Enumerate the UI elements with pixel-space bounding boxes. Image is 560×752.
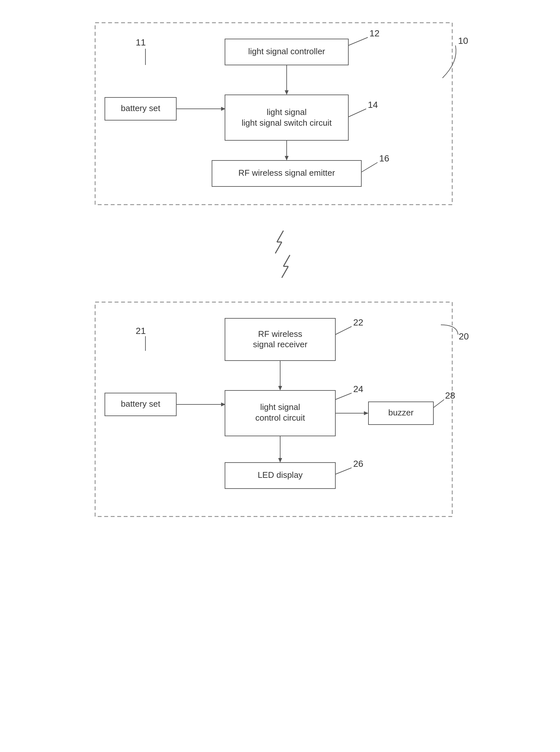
- battery-set-top: battery set: [121, 103, 160, 113]
- label-21: 21: [136, 326, 146, 336]
- switch-circuit-box: light signal: [266, 107, 306, 117]
- svg-line-19: [282, 266, 288, 278]
- svg-marker-35: [278, 458, 282, 463]
- svg-line-33: [434, 400, 444, 408]
- svg-marker-7: [285, 90, 288, 95]
- svg-marker-31: [364, 411, 368, 415]
- rf-emitter-box: RF wireless signal emitter: [238, 168, 335, 178]
- led-display-box: LED display: [257, 470, 303, 480]
- svg-line-17: [283, 255, 290, 266]
- label-12: 12: [369, 28, 380, 38]
- bottom-diagram-svg: 20 21 battery set RF wireless signal rec…: [85, 292, 475, 526]
- lightning-svg: [248, 227, 313, 279]
- middle-section: [248, 214, 313, 292]
- label-11: 11: [136, 37, 146, 47]
- buzzer-box: buzzer: [388, 408, 413, 418]
- svg-line-37: [335, 468, 352, 474]
- switch-circuit-box-2: light signal switch circuit: [242, 118, 332, 128]
- svg-line-25: [335, 326, 352, 334]
- svg-line-29: [335, 393, 352, 400]
- label-26: 26: [353, 459, 363, 469]
- control-circuit-box: light signal: [260, 402, 300, 412]
- svg-marker-27: [278, 386, 282, 390]
- bottom-diagram-container: 20 21 battery set RF wireless signal rec…: [85, 292, 475, 526]
- page: 10 11 battery set light signal controlle…: [37, 13, 524, 526]
- control-circuit-box-2: control circuit: [255, 413, 305, 423]
- svg-line-5: [348, 37, 368, 45]
- svg-line-13: [361, 162, 378, 172]
- rf-receiver-box-2: signal receiver: [253, 340, 307, 349]
- battery-set-bot: battery set: [121, 399, 160, 409]
- label-20: 20: [459, 331, 469, 342]
- svg-marker-11: [285, 156, 288, 160]
- top-diagram-container: 10 11 battery set light signal controlle…: [85, 13, 475, 214]
- label-22: 22: [353, 317, 363, 327]
- label-10: 10: [458, 36, 468, 46]
- svg-line-9: [348, 109, 366, 117]
- svg-line-16: [275, 242, 282, 253]
- label-28: 28: [445, 390, 455, 401]
- label-14: 14: [368, 100, 378, 110]
- rf-receiver-box: RF wireless: [258, 329, 302, 339]
- label-24: 24: [353, 384, 363, 394]
- svg-line-14: [277, 231, 283, 242]
- label-16: 16: [379, 153, 389, 163]
- top-diagram-svg: 10 11 battery set light signal controlle…: [85, 13, 475, 214]
- controller-box: light signal controller: [248, 46, 325, 56]
